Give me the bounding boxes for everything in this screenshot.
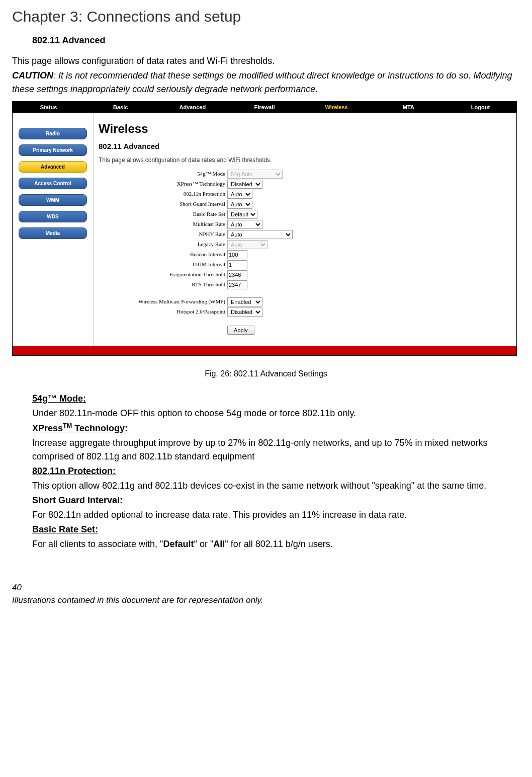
top-tab-logout[interactable]: Logout — [445, 101, 516, 114]
caution-paragraph: CAUTION: It is not recommended that thes… — [12, 69, 520, 96]
field-label: Multicast Rate — [99, 220, 227, 228]
page-footer: 40 Illustrations contained in this docum… — [12, 581, 520, 607]
form-row: DTIM Interval — [99, 260, 511, 269]
sidebar-item-media[interactable]: Media — [19, 227, 87, 239]
definition-term: Short Guard Interval: — [32, 495, 123, 505]
field-input[interactable]: Auto — [227, 230, 293, 239]
sidebar-item-radio[interactable]: Radio — [19, 128, 87, 139]
field-input[interactable]: Enabled — [227, 297, 262, 306]
form-row: Basic Rate SetDefault — [99, 210, 511, 219]
form-row: Fragmentation Threshold — [99, 270, 511, 279]
definition-term: 802.11n Protection: — [32, 466, 116, 476]
form-row: Short Guard IntervalAuto — [99, 200, 511, 209]
router-main-heading: Wireless — [99, 120, 511, 138]
definition-text: This option allow 802.11g and 802.11b de… — [32, 479, 500, 493]
definition-term: XPressTM Technology: — [32, 423, 128, 433]
form-row: 802.11n ProtectionAuto — [99, 190, 511, 199]
field-input[interactable] — [227, 260, 247, 269]
settings-form-group-1: 54g™ Mode54g AutoXPress™ TechnologyDisab… — [99, 170, 511, 289]
definition-term: Basic Rate Set: — [32, 524, 98, 534]
router-sidebar: RadioPrimary NetworkAdvancedAccess Contr… — [13, 113, 93, 346]
field-label: Fragmentation Threshold — [99, 270, 227, 279]
router-top-nav: StatusBasicAdvancedFirewallWirelessMTALo… — [13, 102, 516, 113]
field-label: Legacy Rate — [99, 240, 227, 249]
definition-text: Increase aggregate throughput improve by… — [32, 436, 500, 463]
figure-caption: Fig. 26: 802.11 Advanced Settings — [12, 368, 520, 380]
field-input[interactable] — [227, 270, 247, 279]
field-input[interactable]: Auto — [227, 190, 252, 199]
field-label: Basic Rate Set — [99, 210, 227, 218]
footer-note: Illustrations contained in this document… — [12, 594, 520, 607]
definition-text: For all clients to associate with, "Defa… — [32, 537, 500, 551]
form-row: Legacy RateAuto — [99, 240, 511, 249]
definition-term: 54g™ Mode: — [32, 394, 86, 404]
settings-form-group-2: Wireless Multicast Forwarding (WMF)Enabl… — [99, 297, 511, 317]
top-tab-wireless[interactable]: Wireless — [301, 101, 373, 114]
field-label: Short Guard Interval — [99, 200, 227, 208]
top-tab-advanced[interactable]: Advanced — [156, 101, 228, 114]
router-sub-heading: 802.11 Advanced — [99, 141, 511, 152]
sidebar-item-access-control[interactable]: Access Control — [19, 178, 87, 189]
field-label: Beacon Interval — [99, 250, 227, 259]
sidebar-item-wmm[interactable]: WMM — [19, 194, 87, 206]
field-input[interactable]: Disabled — [227, 180, 262, 189]
intro-text: This page allows configuration of data r… — [12, 54, 520, 68]
sidebar-item-primary-network[interactable]: Primary Network — [19, 144, 87, 156]
caution-text: : It is not recommended that these setti… — [12, 70, 512, 94]
definition-text: Under 802.11n-mode OFF this option to ch… — [32, 407, 500, 420]
field-label: NPHY Rate — [99, 230, 227, 239]
router-main-desc: This page allows configuration of data r… — [99, 156, 511, 165]
top-tab-status[interactable]: Status — [13, 101, 84, 114]
form-row: Multicast RateAuto — [99, 220, 511, 229]
form-row: 54g™ Mode54g Auto — [99, 170, 511, 179]
field-label: Hotspot 2.0/Passpoint — [99, 307, 227, 316]
top-tab-firewall[interactable]: Firewall — [228, 101, 300, 114]
field-input: Auto — [227, 240, 268, 249]
section-title: 802.11 Advanced — [32, 34, 520, 47]
form-row: RTS Threshold — [99, 280, 511, 289]
router-screenshot: StatusBasicAdvancedFirewallWirelessMTALo… — [12, 101, 517, 356]
sidebar-item-advanced[interactable]: Advanced — [19, 161, 87, 173]
sidebar-item-wds[interactable]: WDS — [19, 211, 87, 222]
form-row: NPHY RateAuto — [99, 230, 511, 239]
chapter-title: Chapter 3: Connections and setup — [12, 5, 520, 28]
field-input: 54g Auto — [227, 170, 283, 179]
top-tab-basic[interactable]: Basic — [84, 101, 156, 114]
field-input[interactable] — [227, 280, 247, 289]
page-number: 40 — [12, 581, 520, 594]
form-row: Hotspot 2.0/PasspointDisabled — [99, 307, 511, 317]
field-label: DTIM Interval — [99, 260, 227, 269]
field-label: XPress™ Technology — [99, 180, 227, 188]
field-input[interactable]: Default — [227, 210, 257, 219]
field-label: Wireless Multicast Forwarding (WMF) — [99, 297, 227, 306]
field-input[interactable]: Auto — [227, 200, 252, 209]
form-row: XPress™ TechnologyDisabled — [99, 180, 511, 189]
field-label: RTS Threshold — [99, 280, 227, 289]
field-label: 54g™ Mode — [99, 170, 227, 178]
caution-label: CAUTION — [12, 70, 53, 81]
form-row: Wireless Multicast Forwarding (WMF)Enabl… — [99, 297, 511, 306]
definitions-list: 54g™ Mode:Under 802.11n-mode OFF this op… — [32, 392, 500, 551]
field-label: 802.11n Protection — [99, 190, 227, 198]
apply-button[interactable]: Apply — [227, 326, 254, 335]
form-row: Beacon Interval — [99, 250, 511, 259]
top-tab-mta[interactable]: MTA — [373, 101, 445, 114]
definition-text: For 802.11n added optional to increase d… — [32, 508, 500, 522]
field-input[interactable] — [227, 250, 247, 259]
field-input[interactable]: Auto — [227, 220, 262, 229]
field-input[interactable]: Disabled — [227, 307, 262, 317]
router-bottom-bar — [13, 346, 516, 355]
router-main-panel: Wireless 802.11 Advanced This page allow… — [93, 113, 516, 346]
